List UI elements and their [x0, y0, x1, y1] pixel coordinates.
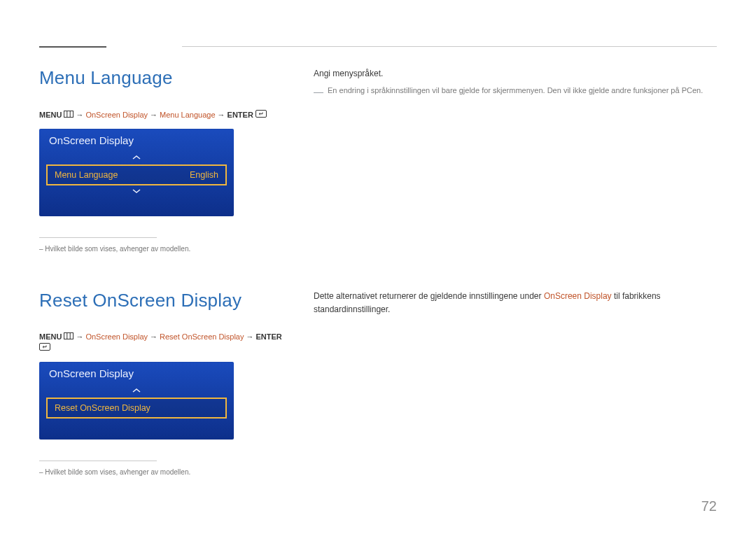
footnote-rule: [39, 461, 157, 461]
breadcrumb-menu: MENU: [39, 111, 62, 119]
footnote-rule: [39, 237, 157, 238]
breadcrumb-1: MENU → OnScreen Display → Menu Language …: [39, 110, 291, 119]
chevron-up-icon[interactable]: [39, 152, 234, 164]
osd-row-label: Reset OnScreen Display: [55, 403, 150, 413]
osd-title: OnScreen Display: [39, 129, 234, 152]
body-paragraph: Dette alternativet returnerer de gjelden…: [314, 290, 717, 316]
arrow-icon: →: [76, 332, 83, 341]
section-menu-language-right: Angi menyspråket. ― En endring i språkin…: [314, 67, 717, 98]
chevron-up-icon[interactable]: [39, 385, 234, 398]
osd-selected-row[interactable]: Reset OnScreen Display: [46, 398, 227, 419]
svg-rect-0: [64, 111, 74, 117]
footnote-text: – Hvilket bilde som vises, avhenger av m…: [39, 245, 291, 253]
osd-title: OnScreen Display: [39, 362, 234, 385]
breadcrumb-2: MENU → OnScreen Display → Reset OnScreen…: [39, 332, 291, 352]
chevron-down-icon[interactable]: [39, 185, 234, 199]
note-line: ― En endring i språkinnstillingen vil ba…: [314, 86, 717, 98]
rule-short: [39, 46, 106, 48]
section-reset-osd-right: Dette alternativet returnerer de gjelden…: [314, 290, 717, 316]
body-line: Angi menyspråket.: [314, 67, 717, 80]
note-text: En endring i språkinnstillingen vil bare…: [328, 86, 703, 98]
osd-selected-row[interactable]: Menu Language English: [46, 164, 227, 185]
breadcrumb-item: OnScreen Display: [85, 332, 148, 341]
body-prefix: Dette alternativet returnerer de gjelden…: [314, 291, 544, 301]
breadcrumb-enter: ENTER: [256, 332, 282, 341]
manual-page: Menu Language MENU → OnScreen Display → …: [0, 0, 756, 534]
rule-long: [182, 46, 717, 47]
section-menu-language-left: Menu Language MENU → OnScreen Display → …: [39, 67, 291, 253]
note-dash-icon: ―: [314, 86, 323, 98]
osd-widget-1: OnScreen Display Menu Language English: [39, 129, 234, 216]
svg-rect-4: [64, 333, 74, 339]
page-number: 72: [701, 498, 717, 514]
menu-grid-icon: [64, 332, 74, 341]
breadcrumb-enter: ENTER: [227, 111, 253, 119]
footnote-text: – Hvilket bilde som vises, avhenger av m…: [39, 468, 291, 476]
arrow-icon: →: [218, 111, 225, 119]
breadcrumb-item: OnScreen Display: [85, 111, 148, 119]
section-reset-osd-left: Reset OnScreen Display MENU → OnScreen D…: [39, 290, 291, 476]
breadcrumb-menu: MENU: [39, 332, 62, 341]
heading-reset-osd: Reset OnScreen Display: [39, 290, 291, 311]
arrow-icon: →: [150, 332, 158, 341]
enter-icon: [39, 343, 50, 352]
osd-row-value: English: [190, 170, 218, 180]
breadcrumb-item: Menu Language: [160, 111, 216, 119]
osd-widget-2: OnScreen Display Reset OnScreen Display: [39, 362, 234, 440]
enter-icon: [255, 110, 267, 119]
osd-row-label: Menu Language: [55, 170, 118, 180]
menu-grid-icon: [64, 111, 74, 119]
arrow-icon: →: [76, 111, 83, 119]
heading-menu-language: Menu Language: [39, 67, 291, 89]
arrow-icon: →: [246, 332, 254, 341]
arrow-icon: →: [150, 111, 158, 119]
body-link: OnScreen Display: [544, 291, 612, 301]
breadcrumb-item: Reset OnScreen Display: [160, 332, 244, 341]
